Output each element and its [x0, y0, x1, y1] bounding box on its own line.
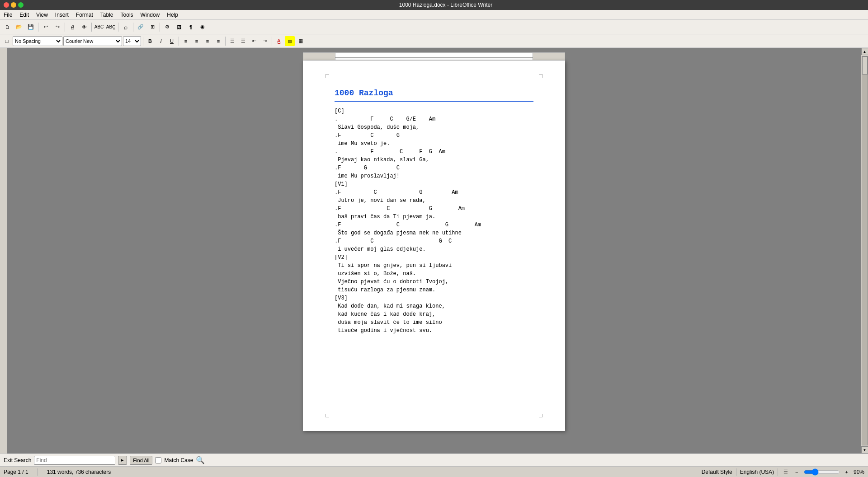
paragraph-style-select[interactable]: No Spacing — [13, 36, 62, 46]
bold-button[interactable]: B — [145, 36, 155, 46]
link-button[interactable]: 🔗 — [135, 22, 146, 33]
menu-file[interactable]: File — [0, 11, 16, 19]
autocorrect-button[interactable]: ABC̲ — [105, 22, 116, 33]
zoom-out-button[interactable]: − — [793, 469, 800, 475]
scroll-down-button[interactable]: ▼ — [861, 446, 868, 454]
status-separator-3 — [736, 468, 736, 476]
save-button[interactable]: 💾 — [25, 22, 36, 33]
menu-tools[interactable]: Tools — [117, 11, 137, 19]
image-button[interactable]: 🖼 — [174, 22, 184, 33]
view-mode-button[interactable]: ☰ — [782, 469, 790, 475]
document-style: Default Style — [702, 469, 732, 475]
match-case-label: Match Case — [164, 457, 193, 463]
find-bar: Exit Search ▸ Find All Match Case 🔍 — [0, 454, 868, 466]
document-content[interactable]: [C] . F C G/E Am Slavi Gospoda, dušo moj… — [335, 107, 533, 335]
menu-bar: File Edit View Insert Format Table Tools… — [0, 10, 868, 20]
status-separator-1 — [38, 468, 38, 476]
new-button[interactable]: 🗋 — [2, 22, 13, 33]
toolbar-separator-5 — [133, 23, 133, 32]
align-justify-button[interactable]: ≡ — [213, 36, 223, 46]
corner-mark-br — [539, 414, 542, 417]
title-bar: 1000 Razloga.docx - LibreOffice Writer — [0, 0, 868, 10]
minimize-button[interactable] — [11, 2, 16, 8]
highlight-button[interactable]: ▤ — [285, 36, 295, 46]
settings-button[interactable]: ⚙ — [162, 22, 173, 33]
font-color-button[interactable]: A̲ — [274, 36, 284, 46]
scroll-track[interactable] — [862, 56, 868, 445]
open-button[interactable]: 📂 — [14, 22, 24, 33]
status-separator-4 — [778, 468, 778, 476]
page-info: Page 1 / 1 — [4, 469, 28, 475]
right-scrollbar[interactable]: ▲ ▼ — [861, 48, 868, 454]
window-title: 1000 Razloga.docx - LibreOffice Writer — [27, 2, 864, 8]
find-input[interactable] — [34, 456, 115, 465]
main-toolbar: 🗋 📂 💾 ↩ ↪ 🖨 👁 ABC ABC̲ ⌕ 🔗 ⊞ ⚙ 🖼 ¶ ◉ — [0, 20, 868, 34]
find-next-button[interactable]: ▸ — [118, 456, 127, 465]
align-right-button[interactable]: ≡ — [203, 36, 212, 46]
maximize-button[interactable] — [18, 2, 24, 8]
window-controls[interactable] — [4, 2, 24, 8]
zoom-level: 90% — [854, 469, 864, 475]
indent-more-button[interactable]: ⇥ — [260, 36, 270, 46]
font-name-select[interactable]: Courier New — [63, 36, 122, 46]
corner-mark-tr — [539, 74, 542, 78]
main-area: 1000 Razloga [C] . F C G/E Am Slavi Gosp… — [0, 48, 868, 454]
undo-button[interactable]: ↩ — [40, 22, 51, 33]
toolbar-separator-6 — [160, 23, 160, 32]
document-page[interactable]: 1000 Razloga [C] . F C G/E Am Slavi Gosp… — [303, 61, 565, 431]
search-icon[interactable]: 🔍 — [196, 456, 205, 464]
top-ruler — [303, 52, 565, 61]
toolbar-separator-2 — [65, 23, 65, 32]
print-preview-button[interactable]: 👁 — [79, 22, 90, 33]
left-ruler — [0, 48, 7, 454]
menu-edit[interactable]: Edit — [16, 11, 33, 19]
status-right: Default Style English (USA) ☰ − + 90% — [702, 468, 864, 476]
format-separator-1 — [143, 37, 143, 46]
corner-mark-bl — [326, 414, 329, 417]
zoom-in-button[interactable]: + — [844, 469, 850, 475]
menu-insert[interactable]: Insert — [52, 11, 72, 19]
spell-check-button[interactable]: ABC — [94, 22, 104, 33]
menu-format[interactable]: Format — [72, 11, 97, 19]
exit-search-label: Exit Search — [4, 457, 31, 463]
scroll-up-button[interactable]: ▲ — [861, 48, 868, 55]
underline-button[interactable]: U — [167, 36, 177, 46]
align-left-button[interactable]: ≡ — [181, 36, 191, 46]
indent-less-button[interactable]: ⇤ — [249, 36, 259, 46]
navigator-button[interactable]: ◉ — [197, 22, 208, 33]
find-all-button[interactable]: Find All — [130, 456, 152, 465]
menu-window[interactable]: Window — [137, 11, 164, 19]
font-size-select[interactable]: 14 — [123, 36, 141, 46]
format-separator-2 — [179, 37, 179, 46]
match-case-checkbox[interactable] — [155, 457, 161, 463]
toolbar-separator-4 — [118, 23, 118, 32]
align-center-button[interactable]: ≡ — [192, 36, 202, 46]
redo-button[interactable]: ↪ — [52, 22, 63, 33]
style-toggle[interactable]: □ — [2, 36, 12, 46]
table-button[interactable]: ⊞ — [147, 22, 158, 33]
format-separator-4 — [272, 37, 272, 46]
close-button[interactable] — [4, 2, 9, 8]
status-separator-2 — [120, 468, 120, 476]
print-button[interactable]: 🖨 — [67, 22, 78, 33]
toolbar-separator-1 — [38, 23, 38, 32]
format-bar: □ No Spacing Courier New 14 B I U ≡ ≡ ≡ … — [0, 34, 868, 48]
document-area[interactable]: 1000 Razloga [C] . F C G/E Am Slavi Gosp… — [7, 48, 861, 454]
menu-table[interactable]: Table — [97, 11, 117, 19]
menu-view[interactable]: View — [33, 11, 52, 19]
find-button[interactable]: ⌕ — [120, 22, 131, 33]
paragraph-button[interactable]: ¶ — [185, 22, 196, 33]
format-separator-3 — [225, 37, 226, 46]
language: English (USA) — [740, 469, 774, 475]
char-background-button[interactable]: ▦ — [296, 36, 306, 46]
corner-mark-tl — [326, 74, 329, 78]
zoom-slider[interactable] — [804, 469, 840, 475]
document-title: 1000 Razloga — [335, 88, 533, 102]
scroll-thumb[interactable] — [862, 56, 868, 75]
list-unordered-button[interactable]: ☰ — [227, 36, 237, 46]
toolbar-separator-3 — [91, 23, 92, 32]
list-ordered-button[interactable]: ☰ — [238, 36, 248, 46]
italic-button[interactable]: I — [156, 36, 166, 46]
menu-help[interactable]: Help — [163, 11, 182, 19]
word-count: 131 words, 736 characters — [47, 469, 111, 475]
